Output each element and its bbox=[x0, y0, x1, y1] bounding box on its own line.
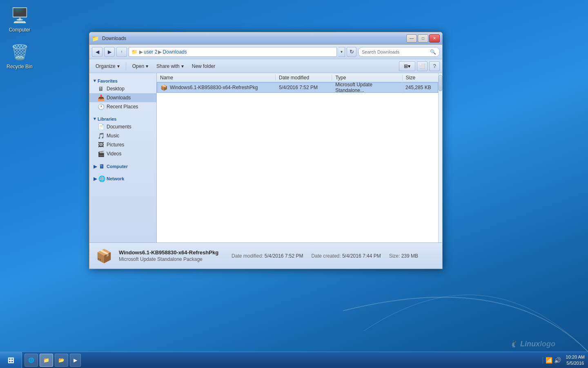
clock-time: 10:20 AM bbox=[566, 354, 585, 360]
file-name-cell: 📦 Windows6.1-KB958830-x64-RefreshPkg bbox=[157, 84, 276, 91]
pictures-icon: 🖼 bbox=[98, 141, 104, 148]
computer-section-label: Computer bbox=[107, 164, 128, 169]
search-icon: 🔍 bbox=[430, 49, 436, 55]
sidebar-section-favorites: ▾ Favorites 🖥 Desktop 📥 Downloads 🕐 bbox=[89, 76, 156, 111]
status-date-created: Date created: 5/4/2016 7:44 PM bbox=[312, 253, 381, 259]
table-row[interactable]: 📦 Windows6.1-KB958830-x64-RefreshPkg 5/4… bbox=[157, 82, 438, 93]
sidebar-item-recent-places[interactable]: 🕐 Recent Places bbox=[89, 102, 156, 111]
sidebar-item-videos[interactable]: 🎬 Videos bbox=[89, 149, 156, 158]
file-date-cell: 5/4/2016 7:52 PM bbox=[276, 85, 332, 90]
taskbar-media[interactable]: ▶ bbox=[70, 354, 81, 367]
forward-button[interactable]: ▶ bbox=[104, 47, 115, 57]
downloads-sidebar-label: Downloads bbox=[107, 95, 131, 101]
back-button[interactable]: ◀ bbox=[92, 47, 102, 57]
scrollbar-thumb[interactable] bbox=[439, 75, 442, 91]
taskbar: ⊞ 🌐 📁 📂 ▶ 📶 🔊 10:20 AM 5/5/2016 bbox=[0, 352, 588, 368]
minimize-button[interactable]: — bbox=[406, 34, 417, 43]
favorites-collapse-icon: ▾ bbox=[94, 78, 96, 83]
sidebar-header-libraries[interactable]: ▾ Libraries bbox=[89, 114, 156, 122]
sidebar-item-music[interactable]: 🎵 Music bbox=[89, 131, 156, 140]
sidebar-header-computer[interactable]: ▶ 🖥 Computer bbox=[89, 162, 156, 171]
libraries-collapse-icon: ▾ bbox=[94, 116, 96, 121]
addressbar-container: ◀ ▶ ↑ 📁 ▶ user 2 ▶ Downloads ▾ ↻ 🔍 bbox=[89, 45, 442, 59]
pictures-label: Pictures bbox=[107, 142, 124, 148]
sidebar-header-favorites[interactable]: ▾ Favorites bbox=[89, 76, 156, 84]
folder2-icon: 📂 bbox=[58, 357, 65, 363]
favorites-label: Favorites bbox=[98, 79, 118, 83]
column-date-modified[interactable]: Date modified bbox=[276, 75, 332, 81]
open-label: Open bbox=[132, 63, 144, 69]
column-name[interactable]: Name bbox=[157, 75, 276, 81]
file-size-cell: 245,285 KB bbox=[402, 85, 438, 90]
desktop-icon-recycle-bin[interactable]: 🗑️ Recycle Bin bbox=[3, 41, 36, 71]
network-tray-icon: 📶 bbox=[546, 357, 552, 364]
window-title: Downloads bbox=[100, 36, 406, 41]
file-list: 📦 Windows6.1-KB958830-x64-RefreshPkg 5/4… bbox=[157, 82, 438, 242]
file-name-text: Windows6.1-KB958830-x64-RefreshPkg bbox=[170, 85, 258, 90]
breadcrumb-downloads[interactable]: Downloads bbox=[163, 49, 187, 55]
taskbar-clock[interactable]: 10:20 AM 5/5/2016 bbox=[566, 354, 585, 366]
sidebar-header-network[interactable]: ▶ 🌐 Network bbox=[89, 174, 156, 183]
computer-icon: 🖥️ bbox=[10, 6, 29, 25]
status-file-name: Windows6.1-KB958830-x64-RefreshPkg bbox=[119, 249, 218, 256]
taskbar-folder2[interactable]: 📂 bbox=[55, 354, 68, 367]
computer-label: Computer bbox=[9, 27, 31, 33]
status-file-type: Microsoft Update Standalone Package bbox=[119, 256, 218, 262]
new-folder-button[interactable]: New folder bbox=[188, 61, 219, 72]
taskbar-ie[interactable]: 🌐 bbox=[24, 354, 38, 367]
sidebar-section-libraries: ▾ Libraries 📄 Documents 🎵 Music 🖼 bbox=[89, 114, 156, 158]
maximize-button[interactable]: □ bbox=[418, 34, 428, 43]
start-button[interactable]: ⊞ bbox=[0, 352, 22, 368]
organize-label: Organize bbox=[96, 63, 116, 69]
media-icon: ▶ bbox=[74, 357, 77, 363]
date-modified-label: Date modified: bbox=[232, 253, 265, 259]
share-button[interactable]: Share with ▾ bbox=[153, 61, 187, 72]
status-size: Size: 239 MB bbox=[389, 253, 418, 259]
recycle-bin-label: Recycle Bin bbox=[7, 64, 32, 70]
explorer-icon: 📁 bbox=[43, 357, 49, 363]
open-dropdown-icon: ▾ bbox=[146, 63, 148, 69]
sidebar-item-documents[interactable]: 📄 Documents bbox=[89, 122, 156, 131]
volume-tray-icon: 🔊 bbox=[554, 357, 561, 364]
share-dropdown-icon: ▾ bbox=[181, 63, 184, 69]
view-options-button[interactable]: ⊞▾ bbox=[399, 61, 415, 71]
breadcrumb-arrow: ▶ bbox=[158, 49, 162, 55]
status-file-icon: 📦 bbox=[94, 246, 114, 266]
sidebar-item-downloads[interactable]: 📥 Downloads bbox=[89, 93, 156, 102]
column-type[interactable]: Type bbox=[332, 75, 402, 81]
recent-places-icon: 🕐 bbox=[98, 103, 104, 110]
start-icon: ⊞ bbox=[7, 355, 14, 365]
organize-dropdown-icon: ▾ bbox=[117, 63, 120, 69]
close-button[interactable]: ✕ bbox=[429, 34, 440, 43]
open-button[interactable]: Open ▾ bbox=[129, 61, 152, 72]
window-scrollbar[interactable] bbox=[438, 73, 442, 242]
sidebar-section-network: ▶ 🌐 Network bbox=[89, 174, 156, 183]
breadcrumb-separator0: ▶ bbox=[139, 49, 143, 55]
refresh-button[interactable]: ↻ bbox=[347, 47, 356, 57]
address-dropdown-btn[interactable]: ▾ bbox=[339, 47, 345, 57]
address-bar[interactable]: 📁 ▶ user 2 ▶ Downloads bbox=[129, 47, 337, 57]
taskbar-icons: 📶 🔊 bbox=[543, 357, 564, 364]
file-type-icon: 📦 bbox=[160, 84, 167, 91]
date-modified-val: 5/4/2016 7:52 PM bbox=[265, 253, 303, 259]
statusbar: 📦 Windows6.1-KB958830-x64-RefreshPkg Mic… bbox=[89, 242, 442, 269]
new-folder-label: New folder bbox=[192, 63, 215, 69]
status-info: Windows6.1-KB958830-x64-RefreshPkg Micro… bbox=[119, 249, 218, 262]
sidebar-item-desktop[interactable]: 🖥 Desktop bbox=[89, 84, 156, 93]
window-controls: — □ ✕ bbox=[406, 34, 440, 43]
desktop-icon-computer[interactable]: 🖥️ Computer bbox=[3, 4, 36, 34]
titlebar: 📁 Downloads — □ ✕ bbox=[89, 32, 442, 45]
breadcrumb-user[interactable]: user 2 bbox=[144, 49, 157, 55]
column-size[interactable]: Size bbox=[403, 75, 438, 81]
up-button[interactable]: ↑ bbox=[116, 47, 127, 57]
preview-pane-button[interactable]: ⬜ bbox=[417, 61, 428, 71]
help-button[interactable]: ? bbox=[429, 61, 440, 71]
folder-icon-title: 📁 bbox=[92, 35, 99, 42]
search-box[interactable]: 🔍 bbox=[358, 47, 440, 57]
sidebar: ▾ Favorites 🖥 Desktop 📥 Downloads 🕐 bbox=[89, 73, 157, 242]
organize-button[interactable]: Organize ▾ bbox=[92, 61, 123, 72]
toolbar-right: ⊞▾ ⬜ ? bbox=[399, 61, 440, 71]
search-input[interactable] bbox=[362, 49, 430, 54]
sidebar-item-pictures[interactable]: 🖼 Pictures bbox=[89, 140, 156, 149]
taskbar-explorer[interactable]: 📁 bbox=[40, 354, 53, 367]
